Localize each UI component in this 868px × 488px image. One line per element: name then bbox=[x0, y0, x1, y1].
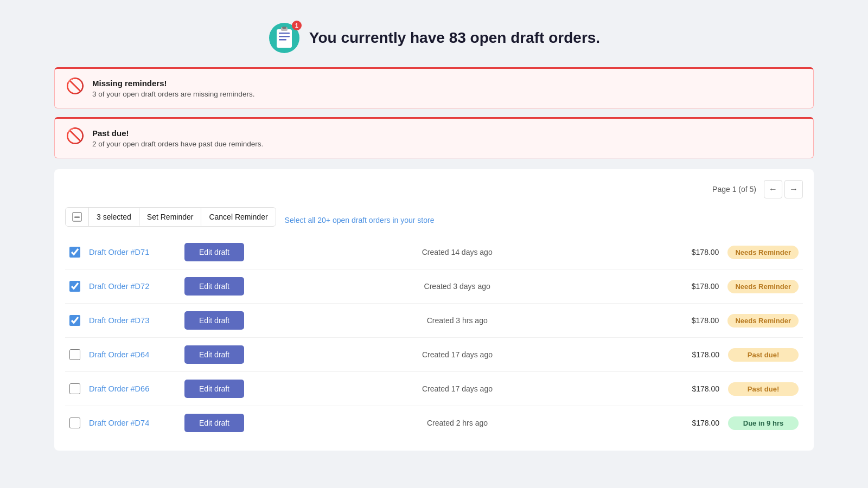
order-amount-D72: $178.00 bbox=[670, 282, 719, 291]
row-checkbox-D71[interactable] bbox=[69, 247, 80, 258]
orders-table-section: Page 1 (of 5) ← → 3 selected Set Reminde… bbox=[54, 169, 814, 451]
row-checkbox-D64[interactable] bbox=[69, 349, 80, 360]
status-badge-D72: Needs Reminder bbox=[727, 280, 799, 293]
status-badge-D66: Past due! bbox=[728, 382, 799, 396]
edit-draft-button-D72[interactable]: Edit draft bbox=[184, 277, 244, 296]
order-link-D72[interactable]: Draft Order #D72 bbox=[89, 282, 176, 291]
row-checkbox-D72[interactable] bbox=[69, 281, 80, 292]
table-row: Draft Order #D74 Edit draft Created 2 hr… bbox=[65, 406, 803, 440]
table-row: Draft Order #D66 Edit draft Created 17 d… bbox=[65, 372, 803, 406]
row-checkbox-D66[interactable] bbox=[69, 383, 80, 394]
svg-rect-4 bbox=[279, 39, 286, 41]
alert-missing-reminders-title: Missing reminders! bbox=[92, 79, 254, 88]
alert-missing-reminders-icon: 🚫 bbox=[66, 79, 85, 94]
notification-badge: 1 bbox=[292, 21, 302, 30]
alert-past-due: 🚫 Past due! 2 of your open draft orders … bbox=[54, 117, 814, 158]
svg-rect-1 bbox=[277, 29, 292, 48]
svg-rect-8 bbox=[74, 217, 80, 218]
pagination-next-button[interactable]: → bbox=[784, 180, 803, 198]
order-amount-D71: $178.00 bbox=[670, 248, 719, 256]
row-checkbox-D74[interactable] bbox=[69, 418, 80, 428]
status-badge-D64: Past due! bbox=[728, 348, 799, 362]
edit-draft-button-D71[interactable]: Edit draft bbox=[184, 243, 244, 261]
status-badge-D73: Needs Reminder bbox=[727, 314, 799, 328]
svg-rect-3 bbox=[279, 36, 290, 37]
set-reminder-button[interactable]: Set Reminder bbox=[139, 208, 202, 226]
alert-past-due-content: Past due! 2 of your open draft orders ha… bbox=[92, 129, 263, 148]
svg-rect-2 bbox=[279, 33, 290, 34]
table-row: Draft Order #D64 Edit draft Created 17 d… bbox=[65, 338, 803, 372]
edit-draft-button-D64[interactable]: Edit draft bbox=[184, 345, 244, 364]
alert-past-due-icon: 🚫 bbox=[66, 129, 85, 144]
bulk-select-checkbox[interactable] bbox=[66, 208, 89, 226]
order-created-D64: Created 17 days ago bbox=[253, 350, 662, 359]
alert-missing-reminders-desc: 3 of your open draft orders are missing … bbox=[92, 90, 254, 98]
table-row: Draft Order #D72 Edit draft Created 3 da… bbox=[65, 269, 803, 304]
order-created-D72: Created 3 days ago bbox=[253, 282, 661, 291]
order-created-D74: Created 2 hrs ago bbox=[253, 419, 662, 427]
bulk-actions-toolbar: 3 selected Set Reminder Cancel Reminder bbox=[65, 207, 276, 227]
status-badge-D71: Needs Reminder bbox=[727, 246, 799, 259]
svg-rect-6 bbox=[282, 27, 286, 29]
alert-missing-reminders: 🚫 Missing reminders! 3 of your open draf… bbox=[54, 67, 814, 108]
bulk-checkbox-icon bbox=[72, 212, 82, 222]
order-rows-container: Draft Order #D71 Edit draft Created 14 d… bbox=[65, 235, 803, 440]
page-title: You currently have 83 open draft orders. bbox=[309, 29, 600, 47]
pagination-prev-button[interactable]: ← bbox=[764, 180, 782, 198]
order-link-D66[interactable]: Draft Order #D66 bbox=[89, 384, 176, 393]
order-link-D74[interactable]: Draft Order #D74 bbox=[89, 419, 176, 427]
page-wrapper: 1 You currently have 83 open draft order… bbox=[54, 11, 814, 451]
order-created-D71: Created 14 days ago bbox=[253, 248, 661, 256]
cancel-reminder-button[interactable]: Cancel Reminder bbox=[201, 208, 275, 226]
bulk-selected-label: 3 selected bbox=[89, 208, 139, 226]
order-amount-D64: $178.00 bbox=[671, 350, 719, 359]
order-created-D73: Created 3 hrs ago bbox=[253, 316, 661, 325]
header-icon-wrapper: 1 bbox=[268, 22, 301, 54]
pagination-label: Page 1 (of 5) bbox=[712, 185, 756, 194]
table-pagination-header: Page 1 (of 5) ← → bbox=[65, 180, 803, 198]
alert-past-due-desc: 2 of your open draft orders have past du… bbox=[92, 140, 263, 148]
order-amount-D74: $178.00 bbox=[671, 419, 719, 427]
table-row: Draft Order #D71 Edit draft Created 14 d… bbox=[65, 235, 803, 269]
edit-draft-button-D73[interactable]: Edit draft bbox=[184, 311, 244, 330]
order-link-D73[interactable]: Draft Order #D73 bbox=[89, 316, 176, 325]
order-created-D66: Created 17 days ago bbox=[253, 384, 662, 393]
status-badge-D74: Due in 9 hrs bbox=[728, 416, 799, 430]
alert-past-due-title: Past due! bbox=[92, 129, 263, 138]
page-header: 1 You currently have 83 open draft order… bbox=[54, 11, 814, 67]
order-amount-D66: $178.00 bbox=[671, 384, 719, 393]
order-link-D71[interactable]: Draft Order #D71 bbox=[89, 248, 176, 256]
row-checkbox-D73[interactable] bbox=[69, 315, 80, 326]
edit-draft-button-D66[interactable]: Edit draft bbox=[184, 380, 244, 398]
table-row: Draft Order #D73 Edit draft Created 3 hr… bbox=[65, 304, 803, 338]
order-amount-D73: $178.00 bbox=[670, 316, 719, 325]
select-all-link[interactable]: Select all 20+ open draft orders in your… bbox=[285, 216, 435, 224]
order-link-D64[interactable]: Draft Order #D64 bbox=[89, 350, 176, 359]
edit-draft-button-D74[interactable]: Edit draft bbox=[184, 414, 244, 432]
bulk-actions-row: 3 selected Set Reminder Cancel Reminder … bbox=[65, 207, 803, 233]
alert-missing-reminders-content: Missing reminders! 3 of your open draft … bbox=[92, 79, 254, 98]
